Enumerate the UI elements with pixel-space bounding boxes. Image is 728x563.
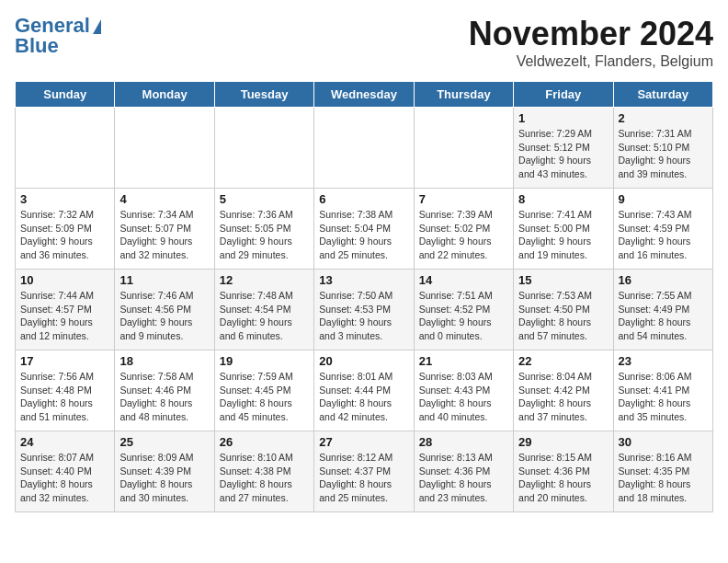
calendar-cell: 13Sunrise: 7:50 AMSunset: 4:53 PMDayligh…: [314, 270, 414, 350]
day-detail: Sunrise: 8:01 AMSunset: 4:44 PMDaylight:…: [319, 370, 408, 424]
calendar-cell: 15Sunrise: 7:53 AMSunset: 4:50 PMDayligh…: [514, 270, 613, 350]
day-detail: Sunrise: 7:58 AMSunset: 4:46 PMDaylight:…: [119, 370, 209, 424]
calendar-cell: [214, 108, 313, 189]
day-number: 5: [220, 192, 309, 206]
logo: General Blue: [15, 15, 101, 57]
calendar-cell: 11Sunrise: 7:46 AMSunset: 4:56 PMDayligh…: [115, 270, 214, 350]
day-number: 7: [419, 192, 508, 206]
day-number: 15: [518, 273, 608, 287]
calendar-cell: 10Sunrise: 7:44 AMSunset: 4:57 PMDayligh…: [16, 270, 115, 350]
month-title: November 2024: [469, 15, 713, 53]
day-header-thursday: Thursday: [414, 82, 513, 108]
day-detail: Sunrise: 8:16 AMSunset: 4:35 PMDaylight:…: [619, 451, 708, 505]
calendar-body: 1Sunrise: 7:29 AMSunset: 5:12 PMDaylight…: [16, 108, 713, 512]
day-header-wednesday: Wednesday: [314, 82, 414, 108]
calendar-cell: 19Sunrise: 7:59 AMSunset: 4:45 PMDayligh…: [214, 350, 313, 431]
day-number: 27: [319, 435, 408, 449]
calendar-week-4: 17Sunrise: 7:56 AMSunset: 4:48 PMDayligh…: [16, 350, 713, 431]
day-number: 11: [119, 273, 209, 287]
calendar-cell: 7Sunrise: 7:39 AMSunset: 5:02 PMDaylight…: [414, 189, 513, 270]
calendar-cell: 4Sunrise: 7:34 AMSunset: 5:07 PMDaylight…: [115, 189, 214, 270]
calendar-cell: 16Sunrise: 7:55 AMSunset: 4:49 PMDayligh…: [613, 270, 712, 350]
calendar-cell: 3Sunrise: 7:32 AMSunset: 5:09 PMDaylight…: [16, 189, 115, 270]
day-number: 14: [419, 273, 508, 287]
calendar-table: SundayMondayTuesdayWednesdayThursdayFrid…: [15, 81, 713, 512]
day-number: 20: [319, 354, 408, 368]
calendar-cell: 26Sunrise: 8:10 AMSunset: 4:38 PMDayligh…: [214, 431, 313, 512]
day-detail: Sunrise: 7:43 AMSunset: 4:59 PMDaylight:…: [619, 208, 708, 262]
day-detail: Sunrise: 7:56 AMSunset: 4:48 PMDaylight:…: [20, 370, 109, 424]
day-number: 28: [419, 435, 508, 449]
calendar-cell: 29Sunrise: 8:15 AMSunset: 4:36 PMDayligh…: [514, 431, 613, 512]
calendar-cell: [115, 108, 214, 189]
calendar-cell: 9Sunrise: 7:43 AMSunset: 4:59 PMDaylight…: [613, 189, 712, 270]
day-number: 25: [119, 435, 209, 449]
calendar-cell: 20Sunrise: 8:01 AMSunset: 4:44 PMDayligh…: [314, 350, 414, 431]
day-detail: Sunrise: 7:38 AMSunset: 5:04 PMDaylight:…: [319, 208, 408, 262]
day-detail: Sunrise: 7:55 AMSunset: 4:49 PMDaylight:…: [619, 289, 708, 343]
calendar-cell: 27Sunrise: 8:12 AMSunset: 4:37 PMDayligh…: [314, 431, 414, 512]
calendar-cell: 2Sunrise: 7:31 AMSunset: 5:10 PMDaylight…: [613, 108, 712, 189]
day-detail: Sunrise: 8:13 AMSunset: 4:36 PMDaylight:…: [419, 451, 508, 505]
day-detail: Sunrise: 8:03 AMSunset: 4:43 PMDaylight:…: [419, 370, 508, 424]
day-detail: Sunrise: 7:39 AMSunset: 5:02 PMDaylight:…: [419, 208, 508, 262]
calendar-cell: [414, 108, 513, 189]
page-header: General Blue November 2024 Veldwezelt, F…: [15, 15, 713, 70]
day-header-sunday: Sunday: [16, 82, 115, 108]
day-number: 2: [619, 111, 708, 125]
calendar-cell: 8Sunrise: 7:41 AMSunset: 5:00 PMDaylight…: [514, 189, 613, 270]
day-detail: Sunrise: 8:04 AMSunset: 4:42 PMDaylight:…: [518, 370, 608, 424]
day-detail: Sunrise: 7:32 AMSunset: 5:09 PMDaylight:…: [20, 208, 109, 262]
day-detail: Sunrise: 7:51 AMSunset: 4:52 PMDaylight:…: [419, 289, 508, 343]
day-detail: Sunrise: 7:44 AMSunset: 4:57 PMDaylight:…: [20, 289, 109, 343]
day-number: 8: [518, 192, 608, 206]
title-area: November 2024 Veldwezelt, Flanders, Belg…: [469, 15, 713, 70]
calendar-cell: 28Sunrise: 8:13 AMSunset: 4:36 PMDayligh…: [414, 431, 513, 512]
calendar-cell: 24Sunrise: 8:07 AMSunset: 4:40 PMDayligh…: [16, 431, 115, 512]
calendar-cell: 22Sunrise: 8:04 AMSunset: 4:42 PMDayligh…: [514, 350, 613, 431]
day-detail: Sunrise: 8:10 AMSunset: 4:38 PMDaylight:…: [220, 451, 309, 505]
calendar-cell: 17Sunrise: 7:56 AMSunset: 4:48 PMDayligh…: [16, 350, 115, 431]
day-number: 4: [119, 192, 209, 206]
day-detail: Sunrise: 7:50 AMSunset: 4:53 PMDaylight:…: [319, 289, 408, 343]
day-detail: Sunrise: 7:53 AMSunset: 4:50 PMDaylight:…: [518, 289, 608, 343]
day-number: 16: [619, 273, 708, 287]
calendar-cell: [314, 108, 414, 189]
day-detail: Sunrise: 8:07 AMSunset: 4:40 PMDaylight:…: [20, 451, 109, 505]
calendar-cell: 23Sunrise: 8:06 AMSunset: 4:41 PMDayligh…: [613, 350, 712, 431]
day-detail: Sunrise: 7:48 AMSunset: 4:54 PMDaylight:…: [220, 289, 309, 343]
calendar-week-2: 3Sunrise: 7:32 AMSunset: 5:09 PMDaylight…: [16, 189, 713, 270]
header-row: SundayMondayTuesdayWednesdayThursdayFrid…: [16, 82, 713, 108]
day-detail: Sunrise: 7:59 AMSunset: 4:45 PMDaylight:…: [220, 370, 309, 424]
day-number: 23: [619, 354, 708, 368]
day-header-monday: Monday: [115, 82, 214, 108]
logo-text-2: Blue: [15, 35, 59, 57]
day-number: 1: [518, 111, 608, 125]
day-number: 18: [119, 354, 209, 368]
day-number: 17: [20, 354, 109, 368]
calendar-cell: 5Sunrise: 7:36 AMSunset: 5:05 PMDaylight…: [214, 189, 313, 270]
day-detail: Sunrise: 7:34 AMSunset: 5:07 PMDaylight:…: [119, 208, 209, 262]
calendar-cell: [16, 108, 115, 189]
day-detail: Sunrise: 7:36 AMSunset: 5:05 PMDaylight:…: [220, 208, 309, 262]
day-detail: Sunrise: 8:06 AMSunset: 4:41 PMDaylight:…: [619, 370, 708, 424]
day-number: 22: [518, 354, 608, 368]
day-number: 3: [20, 192, 109, 206]
day-number: 12: [220, 273, 309, 287]
day-detail: Sunrise: 7:29 AMSunset: 5:12 PMDaylight:…: [518, 127, 608, 181]
calendar-header: SundayMondayTuesdayWednesdayThursdayFrid…: [16, 82, 713, 108]
day-header-saturday: Saturday: [613, 82, 712, 108]
day-detail: Sunrise: 7:41 AMSunset: 5:00 PMDaylight:…: [518, 208, 608, 262]
calendar-cell: 18Sunrise: 7:58 AMSunset: 4:46 PMDayligh…: [115, 350, 214, 431]
day-number: 10: [20, 273, 109, 287]
day-number: 13: [319, 273, 408, 287]
calendar-cell: 14Sunrise: 7:51 AMSunset: 4:52 PMDayligh…: [414, 270, 513, 350]
calendar-cell: 21Sunrise: 8:03 AMSunset: 4:43 PMDayligh…: [414, 350, 513, 431]
day-header-friday: Friday: [514, 82, 613, 108]
day-detail: Sunrise: 8:12 AMSunset: 4:37 PMDaylight:…: [319, 451, 408, 505]
calendar-cell: 30Sunrise: 8:16 AMSunset: 4:35 PMDayligh…: [613, 431, 712, 512]
day-detail: Sunrise: 8:15 AMSunset: 4:36 PMDaylight:…: [518, 451, 608, 505]
day-detail: Sunrise: 7:46 AMSunset: 4:56 PMDaylight:…: [119, 289, 209, 343]
day-number: 21: [419, 354, 508, 368]
day-number: 29: [518, 435, 608, 449]
